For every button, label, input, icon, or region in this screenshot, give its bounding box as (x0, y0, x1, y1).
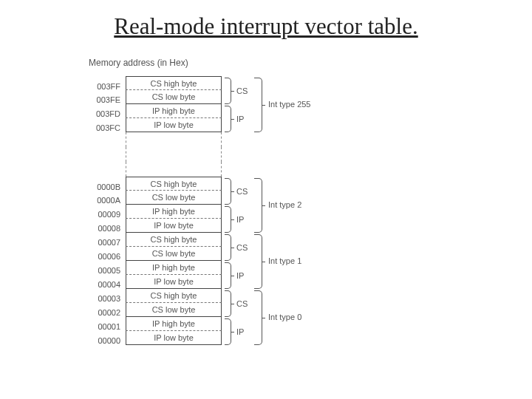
brace-label-ip: IP (236, 271, 244, 280)
byte-label: CS high byte (151, 79, 197, 88)
memory-column: 003FF CS high byte 003FE CS low byte 003… (126, 76, 222, 345)
byte-label: IP high byte (152, 106, 195, 115)
brace-int2 (254, 178, 262, 233)
brace-ip (225, 318, 231, 345)
addr-label: 00003 (79, 292, 120, 306)
addr-label: 0000B (79, 180, 120, 194)
byte-label: CS high byte (151, 180, 197, 188)
addr-label: 00006 (79, 250, 120, 264)
byte-label: IP high byte (152, 319, 195, 328)
addr-label: 003FD (79, 107, 120, 121)
brace-label-cs: CS (236, 187, 248, 196)
addr-label: 00008 (79, 222, 120, 236)
addr-label: 003FE (79, 93, 120, 107)
mem-row: 003FF CS high byte (126, 76, 222, 90)
byte-label: CS high byte (151, 235, 197, 244)
addr-label: 003FF (79, 80, 120, 94)
byte-label: CS high byte (151, 291, 197, 300)
brace-int255 (254, 78, 262, 132)
byte-label: IP low byte (154, 120, 194, 129)
ellipsis-gap (126, 147, 222, 162)
addr-label: 003FC (79, 121, 120, 135)
brace-cs (225, 234, 231, 261)
brace-int1 (254, 234, 262, 289)
byte-label: CS low byte (152, 249, 196, 258)
brace-label-int: Int type 1 (268, 256, 301, 265)
brace-ip (225, 262, 231, 289)
brace-cs (225, 178, 231, 205)
interrupt-vector-diagram: 003FF CS high byte 003FE CS low byte 003… (126, 76, 222, 345)
mem-row: 00008 IP low byte (126, 219, 222, 233)
mem-row: 003FE CS low byte (126, 90, 222, 104)
byte-label: IP low byte (154, 333, 194, 342)
brace-int0 (254, 290, 262, 345)
mem-row: 0000B CS high byte (126, 177, 222, 191)
addr-label: 00009 (79, 208, 120, 222)
brace-label-cs: CS (236, 86, 248, 95)
brace-label-cs: CS (236, 243, 248, 252)
mem-row: 0000A CS low byte (126, 191, 222, 205)
diagram-title: Real-mode interrupt vector table. (0, 13, 532, 40)
mem-row: 00007 CS high byte (126, 233, 222, 247)
mem-row: 00006 CS low byte (126, 247, 222, 261)
brace-cs (225, 78, 231, 104)
brace-label-int: Int type 2 (268, 200, 301, 209)
brace-label-ip: IP (236, 115, 244, 123)
mem-row: 003FD IP high byte (126, 104, 222, 118)
byte-label: IP low byte (154, 277, 194, 286)
byte-label: IP high byte (152, 263, 195, 272)
axis-caption: Memory address (in Hex) (89, 58, 188, 68)
byte-label: IP low byte (154, 221, 194, 230)
addr-label: 00004 (79, 278, 120, 292)
byte-label: CS low byte (152, 193, 196, 202)
addr-label: 00002 (79, 306, 120, 320)
byte-label: IP high byte (152, 207, 195, 216)
mem-row: 00005 IP high byte (126, 261, 222, 275)
byte-label: CS low byte (152, 92, 196, 101)
mem-row: 00003 CS high byte (126, 289, 222, 303)
brace-label-int: Int type 255 (268, 100, 311, 109)
mem-row: 00001 IP high byte (126, 317, 222, 331)
mem-row: 00009 IP high byte (126, 205, 222, 219)
mem-row: 00002 CS low byte (126, 303, 222, 317)
addr-label: 00005 (79, 264, 120, 278)
mem-row: 00000 IP low byte (126, 331, 222, 345)
addr-label: 00007 (79, 236, 120, 250)
brace-label-ip: IP (236, 327, 244, 336)
brace-label-ip: IP (236, 215, 244, 224)
brace-ip (225, 106, 231, 132)
mem-row: 003FC IP low byte (126, 118, 222, 132)
ellipsis-gap (126, 162, 222, 177)
brace-label-int: Int type 0 (268, 313, 301, 321)
addr-label: 00000 (79, 334, 120, 348)
mem-row: 00004 IP low byte (126, 275, 222, 289)
addr-label: 0000A (79, 194, 120, 208)
addr-label: 00001 (79, 320, 120, 334)
byte-label: CS low byte (152, 305, 196, 314)
brace-label-cs: CS (236, 299, 248, 308)
brace-cs (225, 290, 231, 317)
brace-ip (225, 206, 231, 233)
ellipsis-gap (126, 132, 222, 147)
